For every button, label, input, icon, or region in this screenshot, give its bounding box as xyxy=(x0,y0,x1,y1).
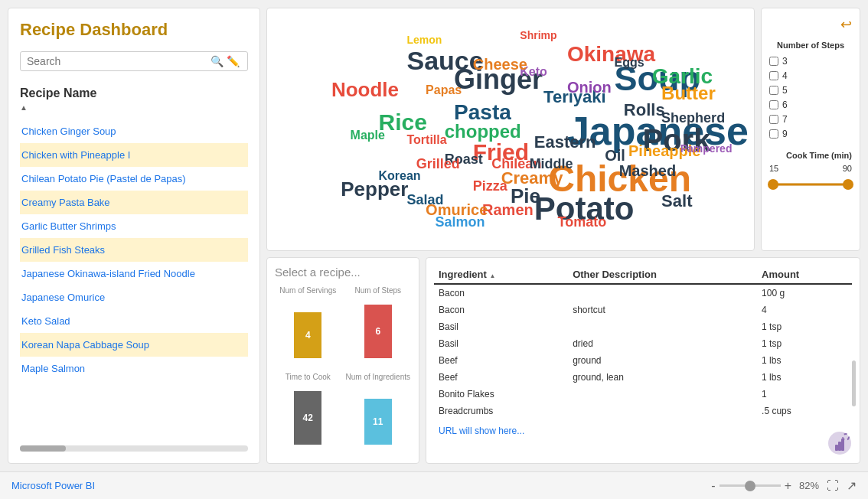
range-max: 90 xyxy=(843,164,852,173)
word-cloud-word[interactable]: Korean xyxy=(379,170,421,182)
right-panel: JapaneseSoupChickenPorkPotatoGingerSauce… xyxy=(266,8,860,464)
word-cloud-word[interactable]: Salt xyxy=(661,193,692,210)
word-cloud-word[interactable]: Papas xyxy=(426,84,462,96)
word-cloud-word[interactable]: Eastern xyxy=(534,134,596,151)
zoom-controls: - + 82% xyxy=(711,479,819,493)
ingredient-name: Beef xyxy=(434,369,568,386)
word-cloud: JapaneseSoupChickenPorkPotatoGingerSauce… xyxy=(275,16,746,243)
ingredient-name: Basil xyxy=(434,335,568,352)
word-cloud-word[interactable]: Onion xyxy=(567,80,612,95)
zoom-plus[interactable]: + xyxy=(785,479,791,493)
recipe-item-5[interactable]: Garlic Butter Shrimps xyxy=(20,214,248,238)
checkbox-3[interactable]: 3 xyxy=(769,56,852,67)
checkbox-input-7[interactable] xyxy=(769,115,778,124)
table-row: Bacon shortcut 4 xyxy=(434,302,852,318)
checkbox-7[interactable]: 7 xyxy=(769,114,852,125)
col-amount: Amount xyxy=(757,266,852,284)
recipe-item-3[interactable]: Chilean Potato Pie (Pastel de Papas) xyxy=(20,167,248,191)
word-cloud-word[interactable]: Rolls xyxy=(624,102,665,119)
table-row: Beef ground, lean 1 lbs xyxy=(434,369,852,386)
checkbox-4[interactable]: 4 xyxy=(769,70,852,81)
status-bar: Microsoft Power BI - + 82% ⛶ ↗ xyxy=(0,471,868,499)
ingredient-name: Bacon xyxy=(434,284,568,302)
word-cloud-word[interactable]: Oil xyxy=(605,148,625,163)
range-slider-container xyxy=(769,177,852,192)
word-cloud-word[interactable]: Shepherd xyxy=(661,111,725,125)
top-right: JapaneseSoupChickenPorkPotatoGingerSauce… xyxy=(266,8,860,251)
word-cloud-word[interactable]: Tomato xyxy=(558,215,607,229)
chart-time-fill: 42 xyxy=(294,391,321,445)
back-button[interactable]: ↩ xyxy=(769,16,852,33)
chart-steps-bar-container: 6 xyxy=(363,297,393,358)
chart-servings-label: Num of Servings xyxy=(279,286,336,295)
share-icon[interactable]: ↗ xyxy=(847,478,857,493)
ingredients-table: Ingredient ▲ Other Description Amount Ba… xyxy=(434,266,852,439)
scroll-indicator[interactable] xyxy=(852,360,856,406)
word-cloud-word[interactable]: Middle xyxy=(530,157,573,171)
range-fill xyxy=(773,184,847,186)
checkbox-9[interactable]: 9 xyxy=(769,129,852,139)
zoom-minus[interactable]: - xyxy=(711,479,715,493)
recipe-item-1[interactable]: Chicken Ginger Soup xyxy=(20,119,248,143)
word-cloud-word[interactable]: chopped xyxy=(445,122,521,141)
checkbox-list: 3 4 5 6 7 xyxy=(769,56,852,139)
search-input[interactable] xyxy=(27,55,209,67)
word-cloud-word[interactable]: Sauce xyxy=(406,47,483,73)
checkbox-input-6[interactable] xyxy=(769,100,778,109)
word-cloud-word[interactable]: Cheese xyxy=(473,57,527,72)
word-cloud-word[interactable]: Pampered xyxy=(680,143,733,154)
table-row: Bacon 100 g xyxy=(434,284,852,302)
checkbox-input-4[interactable] xyxy=(769,71,778,80)
ingredient-name: Beef xyxy=(434,352,568,369)
mini-chart-time: Time to Cook 42 xyxy=(275,373,341,455)
word-cloud-word[interactable]: Salmon xyxy=(435,215,485,229)
filter-button[interactable]: ✏️ xyxy=(225,55,241,67)
fullscreen-icon[interactable]: ⛶ xyxy=(827,479,839,493)
checkbox-input-9[interactable] xyxy=(769,129,778,139)
word-cloud-word[interactable]: Grilled xyxy=(416,157,460,171)
recipe-item-2[interactable]: Chicken with Pineapple I xyxy=(20,143,248,167)
word-cloud-word[interactable]: Ramen xyxy=(482,202,534,217)
word-cloud-word[interactable]: Mashed xyxy=(619,163,676,178)
word-cloud-word[interactable]: Garlic xyxy=(652,66,713,87)
ingredient-desc: ground xyxy=(568,352,757,369)
ingredient-desc: dried xyxy=(568,335,757,352)
recipe-item-9[interactable]: Keto Salad xyxy=(20,309,248,333)
checkbox-6[interactable]: 6 xyxy=(769,99,852,110)
checkbox-input-5[interactable] xyxy=(769,86,778,95)
range-handle-left[interactable] xyxy=(768,179,778,190)
recipe-item-7[interactable]: Japanese Okinawa-island Fried Noodle xyxy=(20,262,248,285)
zoom-slider[interactable] xyxy=(720,484,781,487)
word-cloud-word[interactable]: Lemon xyxy=(406,34,442,45)
chart-ingredients-label: Num of Ingredients xyxy=(346,373,411,381)
powerbi-link[interactable]: Microsoft Power BI xyxy=(11,480,95,491)
ingredient-amount: 1 tsp xyxy=(757,335,852,352)
recipe-item-6[interactable]: Grilled Fish Steaks xyxy=(20,238,248,262)
controls-panel: ↩ Number of Steps 3 4 5 xyxy=(761,8,860,251)
range-min: 15 xyxy=(769,164,778,173)
chart-time-bar: 42 xyxy=(292,391,323,445)
word-cloud-word[interactable]: Rice xyxy=(379,111,427,134)
zoom-level: 82% xyxy=(799,480,819,491)
word-cloud-word[interactable]: Noodle xyxy=(331,80,399,99)
word-cloud-word[interactable]: Eggs xyxy=(615,57,644,69)
word-cloud-word[interactable]: Maple xyxy=(351,129,385,142)
recipe-item-11[interactable]: Maple Salmon xyxy=(20,357,248,380)
recipe-list: Chicken Ginger Soup Chicken with Pineapp… xyxy=(20,119,248,439)
word-cloud-word[interactable]: Shrimp xyxy=(520,30,556,41)
scrollbar-thumb[interactable] xyxy=(20,445,66,452)
ingredient-amount: 1 tsp xyxy=(757,318,852,335)
word-cloud-word[interactable]: Pizza xyxy=(473,179,507,193)
ingredient-desc xyxy=(568,403,757,419)
checkbox-input-3[interactable] xyxy=(769,57,778,66)
ingredient-desc xyxy=(568,386,757,403)
recipe-item-4[interactable]: Creamy Pasta Bake xyxy=(20,191,248,214)
search-container: 🔍 ✏️ xyxy=(20,51,248,71)
search-button[interactable]: 🔍 xyxy=(209,55,225,67)
range-handle-right[interactable] xyxy=(843,179,853,190)
checkbox-5[interactable]: 5 xyxy=(769,85,852,96)
url-placeholder[interactable]: URL will show here... xyxy=(434,419,852,439)
recipe-item-8[interactable]: Japanese Omurice xyxy=(20,285,248,309)
recipe-item-10[interactable]: Korean Napa Cabbage Soup xyxy=(20,333,248,357)
word-cloud-word[interactable]: Tortilla xyxy=(406,134,446,146)
